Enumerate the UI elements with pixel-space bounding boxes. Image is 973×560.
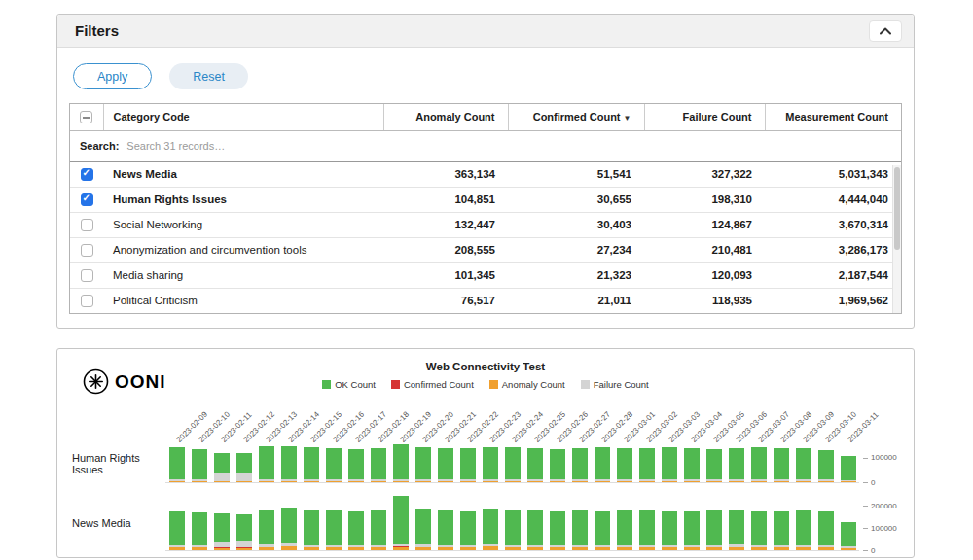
bar[interactable]	[367, 444, 389, 482]
bar[interactable]	[613, 495, 635, 550]
bar[interactable]	[725, 444, 747, 482]
bar[interactable]	[770, 495, 792, 550]
chart-title: Web Connectivity Test	[58, 361, 913, 372]
bar[interactable]	[255, 495, 277, 550]
bar[interactable]	[523, 495, 546, 550]
bar[interactable]	[434, 444, 456, 482]
legend-label: Confirmed Count	[404, 379, 474, 390]
bar-segment	[281, 508, 297, 544]
row-checkbox[interactable]	[81, 244, 93, 257]
column-header-measurement[interactable]: Measurement Count	[765, 104, 901, 130]
bar[interactable]	[792, 495, 814, 550]
bar[interactable]	[300, 444, 322, 482]
bar[interactable]	[210, 444, 233, 482]
row-checkbox[interactable]	[81, 168, 93, 181]
category-cell: News Media	[103, 161, 383, 187]
chart-row-human-rights: Human Rights Issues 1000000	[58, 444, 913, 483]
bar[interactable]	[322, 495, 344, 550]
bar[interactable]	[814, 495, 837, 550]
bar[interactable]	[412, 495, 434, 550]
bar-segment	[304, 481, 319, 482]
bar[interactable]	[568, 495, 591, 550]
bar[interactable]	[658, 495, 680, 550]
row-checkbox[interactable]	[81, 193, 93, 206]
category-cell: Human Rights Issues	[103, 187, 383, 212]
bar[interactable]	[635, 444, 658, 482]
bar-segment	[348, 449, 364, 480]
bar[interactable]	[546, 444, 568, 482]
row-checkbox[interactable]	[81, 219, 93, 231]
bar[interactable]	[837, 495, 859, 550]
bar[interactable]	[792, 444, 814, 482]
bar[interactable]	[188, 444, 210, 482]
bar[interactable]	[725, 495, 747, 550]
bar[interactable]	[210, 495, 233, 550]
bar[interactable]	[837, 444, 859, 482]
bar[interactable]	[703, 444, 725, 482]
row-checkbox[interactable]	[81, 269, 93, 282]
legend-swatch	[489, 380, 498, 389]
bar[interactable]	[568, 444, 591, 482]
bar[interactable]	[546, 495, 568, 550]
bar[interactable]	[255, 444, 277, 482]
bar-segment	[393, 444, 409, 479]
bar-segment	[438, 510, 453, 544]
bar-segment	[751, 481, 767, 482]
bar[interactable]	[277, 495, 300, 550]
search-input[interactable]	[125, 139, 436, 153]
bar[interactable]	[367, 495, 389, 550]
bar-segment	[460, 547, 476, 550]
bar[interactable]	[770, 444, 792, 482]
bar-segment	[706, 481, 722, 482]
bar[interactable]	[456, 495, 479, 550]
bar[interactable]	[412, 444, 434, 482]
column-header-failure[interactable]: Failure Count	[644, 104, 765, 130]
count-cell: 198,310	[644, 187, 765, 212]
bar[interactable]	[591, 495, 613, 550]
column-header-confirmed[interactable]: Confirmed Count ▼	[508, 104, 644, 130]
bar[interactable]	[479, 444, 501, 482]
bar[interactable]	[635, 495, 658, 550]
bar[interactable]	[479, 495, 501, 550]
bar[interactable]	[613, 444, 635, 482]
table-scrollbar[interactable]	[892, 165, 901, 313]
bar[interactable]	[434, 495, 456, 550]
bar[interactable]	[233, 495, 255, 550]
bar[interactable]	[501, 495, 523, 550]
column-header-anomaly[interactable]: Anomaly Count	[383, 104, 508, 130]
bar[interactable]	[591, 444, 613, 482]
bar[interactable]	[703, 495, 725, 550]
bar[interactable]	[165, 444, 188, 482]
bar[interactable]	[389, 444, 412, 482]
bar[interactable]	[300, 495, 322, 550]
bar-segment	[259, 481, 274, 482]
bar[interactable]	[389, 495, 412, 550]
column-header-category[interactable]: Category Code	[103, 104, 383, 130]
bar[interactable]	[680, 495, 703, 550]
bar[interactable]	[344, 495, 367, 550]
bar[interactable]	[277, 444, 300, 482]
bar-segment	[527, 481, 543, 482]
scrollbar-thumb[interactable]	[894, 167, 900, 250]
count-cell: 208,555	[383, 237, 508, 262]
bar[interactable]	[233, 444, 255, 482]
bar[interactable]	[188, 495, 210, 550]
bar[interactable]	[814, 444, 837, 482]
row-checkbox[interactable]	[81, 295, 93, 307]
bar[interactable]	[680, 444, 703, 482]
apply-button[interactable]: Apply	[73, 63, 152, 89]
collapse-button[interactable]	[869, 20, 902, 42]
bar[interactable]	[523, 444, 546, 482]
bar[interactable]	[456, 444, 479, 482]
bar[interactable]	[747, 444, 770, 482]
bar[interactable]	[322, 444, 344, 482]
bar[interactable]	[501, 444, 523, 482]
bar[interactable]	[165, 495, 188, 550]
reset-button[interactable]: Reset	[169, 63, 248, 89]
bar-segment	[415, 481, 431, 482]
bar-segment	[751, 447, 767, 479]
select-all-checkbox[interactable]	[80, 111, 92, 123]
bar[interactable]	[658, 444, 680, 482]
bar[interactable]	[344, 444, 367, 482]
bar[interactable]	[747, 495, 770, 550]
